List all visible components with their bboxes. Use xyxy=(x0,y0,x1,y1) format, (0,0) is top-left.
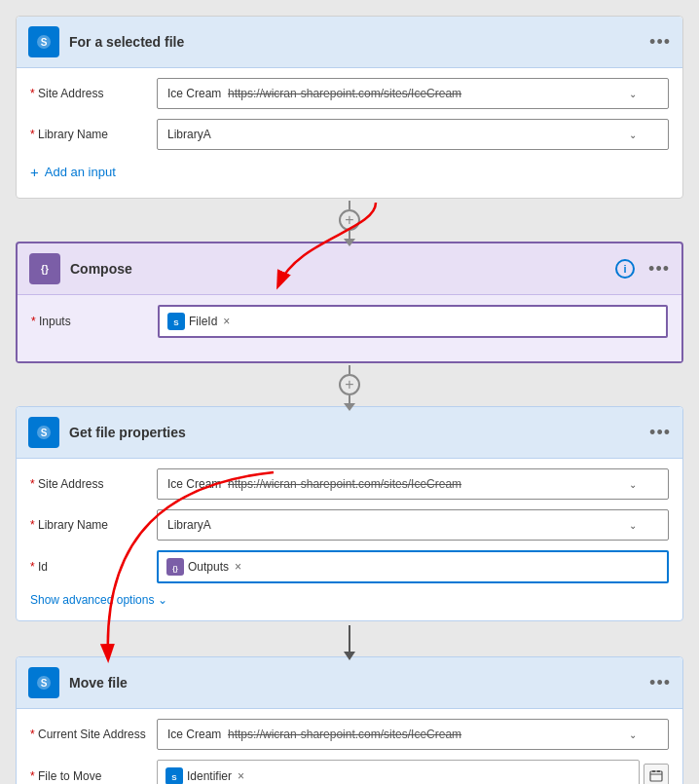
sharepoint-icon-1: S xyxy=(28,26,59,57)
svg-rect-12 xyxy=(657,770,660,772)
chevron-icon-5: ⌄ xyxy=(629,729,637,740)
get-file-properties-header: S Get file properties ••• xyxy=(17,407,682,459)
compose-info-icon[interactable]: i xyxy=(615,259,635,279)
for-selected-file-title: For a selected file xyxy=(69,34,642,50)
for-selected-file-card: S For a selected file ••• * Site Address… xyxy=(16,16,683,199)
for-selected-file-body: * Site Address Ice Cream https://wicran-… xyxy=(17,68,682,198)
connector-line-1a xyxy=(349,201,350,209)
file-to-move-token-field[interactable]: S Identifier × xyxy=(157,760,640,784)
site-address-dropdown-1[interactable]: Ice Cream https://wicran-sharepoint.com/… xyxy=(157,78,669,109)
inputs-label: * Inputs xyxy=(31,315,158,328)
connector-3 xyxy=(16,621,683,656)
chevron-icon-1: ⌄ xyxy=(629,89,637,99)
fileid-token-icon: S xyxy=(167,313,185,330)
connector-arrow-3 xyxy=(349,625,350,653)
connector-1: + xyxy=(16,199,683,242)
inputs-token-field[interactable]: S FileId × xyxy=(158,305,668,338)
plus-icon-add: + xyxy=(30,164,39,180)
outputs-token-remove[interactable]: × xyxy=(235,560,241,574)
compose-icon: {} xyxy=(29,253,60,284)
svg-text:{}: {} xyxy=(172,565,178,573)
get-file-properties-body: * Site Address Ice Cream https://wicran-… xyxy=(17,459,682,620)
chevron-icon-4: ⌄ xyxy=(629,520,637,531)
arrow-down-2 xyxy=(344,403,355,411)
arrow-down-3 xyxy=(344,652,355,660)
library-name-label-1: * Library Name xyxy=(30,128,157,141)
library-name-value-1: LibraryA ⌄ xyxy=(157,119,669,150)
svg-text:{}: {} xyxy=(41,264,49,275)
file-to-move-row: * File to Move S Identifier × xyxy=(30,760,669,784)
site-address-value-3: Ice Cream https://wicran-sharepoint.com/… xyxy=(157,468,669,500)
svg-text:S: S xyxy=(41,37,48,48)
fileid-token: S FileId × xyxy=(167,313,230,330)
fileid-token-remove[interactable]: × xyxy=(223,315,230,328)
library-name-label-3: * Library Name xyxy=(30,518,157,532)
move-file-title: Move file xyxy=(69,675,642,691)
site-address-row-3: * Site Address Ice Cream https://wicran-… xyxy=(30,468,669,500)
add-input-button[interactable]: + Add an input xyxy=(30,160,669,184)
inputs-value: S FileId × xyxy=(158,305,668,338)
id-label: * Id xyxy=(30,560,157,574)
outputs-token-icon: {} xyxy=(166,558,184,576)
fileid-token-label: FileId xyxy=(189,315,217,328)
site-address-label-3: * Site Address xyxy=(30,477,157,491)
site-address-dropdown-3[interactable]: Ice Cream https://wicran-sharepoint.com/… xyxy=(157,468,669,500)
move-file-header: S Move file ••• xyxy=(17,657,682,709)
library-name-row-1: * Library Name LibraryA ⌄ xyxy=(30,119,669,150)
svg-rect-11 xyxy=(652,770,655,772)
chevron-icon-2: ⌄ xyxy=(629,130,637,140)
move-file-card: S Move file ••• * Current Site Address I… xyxy=(16,656,683,784)
library-name-dropdown-3[interactable]: LibraryA ⌄ xyxy=(157,509,669,541)
sharepoint-icon-4: S xyxy=(28,667,59,698)
svg-text:S: S xyxy=(173,318,179,327)
file-picker-button[interactable] xyxy=(644,764,669,784)
compose-menu[interactable]: ••• xyxy=(648,259,670,280)
file-to-move-label: * File to Move xyxy=(30,769,157,783)
library-name-dropdown-1[interactable]: LibraryA ⌄ xyxy=(157,119,669,150)
svg-text:S: S xyxy=(41,428,48,438)
compose-title: Compose xyxy=(70,261,615,277)
compose-body: * Inputs S FileId × xyxy=(18,295,681,361)
current-site-address-row: * Current Site Address Ice Cream https:/… xyxy=(30,719,669,750)
sharepoint-icon-3: S xyxy=(28,417,59,448)
file-to-move-value: S Identifier × xyxy=(157,760,669,784)
connector-line-1b xyxy=(349,231,350,240)
identifier-token-label: Identifier xyxy=(187,769,232,783)
library-name-value-3: LibraryA ⌄ xyxy=(157,509,669,541)
id-row: * Id {} Outputs × xyxy=(30,550,669,583)
identifier-token: S Identifier × xyxy=(166,767,244,784)
connector-2: + xyxy=(16,363,683,406)
connector-line-2a xyxy=(349,365,350,374)
get-file-properties-card: S Get file properties ••• * Site Address… xyxy=(16,406,683,621)
site-address-value-1: Ice Cream https://wicran-sharepoint.com/… xyxy=(157,78,669,109)
compose-header: {} Compose i ••• xyxy=(18,243,681,295)
move-file-body: * Current Site Address Ice Cream https:/… xyxy=(17,709,682,784)
get-file-properties-menu[interactable]: ••• xyxy=(649,423,671,443)
outputs-token-label: Outputs xyxy=(188,560,229,574)
id-value: {} Outputs × xyxy=(157,550,669,583)
current-site-address-dropdown[interactable]: Ice Cream https://wicran-sharepoint.com/… xyxy=(157,719,669,750)
show-advanced-chevron: ⌄ xyxy=(158,593,167,607)
current-site-address-value: Ice Cream https://wicran-sharepoint.com/… xyxy=(157,719,669,750)
svg-text:S: S xyxy=(41,678,48,689)
svg-rect-10 xyxy=(650,771,662,781)
id-token-field[interactable]: {} Outputs × xyxy=(157,550,669,583)
site-address-row-1: * Site Address Ice Cream https://wicran-… xyxy=(30,78,669,109)
library-name-row-3: * Library Name LibraryA ⌄ xyxy=(30,509,669,541)
connector-plus-2[interactable]: + xyxy=(339,374,360,395)
show-advanced-button[interactable]: Show advanced options ⌄ xyxy=(30,593,669,607)
connector-plus-1[interactable]: + xyxy=(339,209,360,231)
connector-line-2b xyxy=(349,395,350,404)
for-selected-file-menu[interactable]: ••• xyxy=(649,32,671,53)
move-file-menu[interactable]: ••• xyxy=(649,673,671,693)
identifier-token-remove[interactable]: × xyxy=(238,769,244,783)
compose-card: {} Compose i ••• * Inputs S xyxy=(16,242,683,363)
arrow-down-1 xyxy=(344,239,355,246)
for-selected-file-header: S For a selected file ••• xyxy=(17,17,682,68)
show-advanced-label: Show advanced options xyxy=(30,593,154,607)
chevron-icon-3: ⌄ xyxy=(629,479,637,490)
outputs-token: {} Outputs × xyxy=(166,558,241,576)
identifier-token-icon: S xyxy=(166,767,183,784)
current-site-address-label: * Current Site Address xyxy=(30,728,157,741)
inputs-row: * Inputs S FileId × xyxy=(31,305,668,338)
